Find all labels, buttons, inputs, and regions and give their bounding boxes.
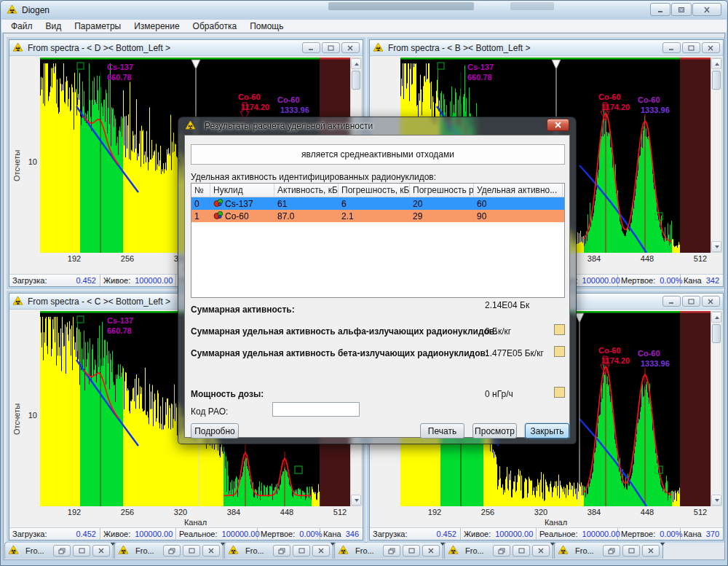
child-titlebar[interactable]: ☢From spectra - < B >< Bottom_Left > <box>370 40 723 56</box>
dialog-titlebar[interactable]: ☢ Результаты расчета удельной активности <box>184 117 570 135</box>
arrow-down-icon <box>715 499 719 502</box>
scroll-down-button[interactable] <box>351 495 361 506</box>
column-header-3[interactable]: Активность, кБк <box>274 184 339 197</box>
maximize-button[interactable] <box>293 545 310 557</box>
close-button[interactable] <box>341 42 360 53</box>
details-button[interactable]: Подробно <box>191 423 239 439</box>
co60-2-label: Co-60 <box>638 95 660 104</box>
main-titlebar[interactable]: ☢ Diogen <box>1 1 727 20</box>
menu-item-2[interactable]: Вид <box>39 20 68 32</box>
column-header-1[interactable]: № <box>191 184 210 197</box>
menu-item-1[interactable]: Файл <box>4 20 39 32</box>
menu-item-6[interactable]: Помощь <box>243 20 290 32</box>
roi-top-line-red <box>680 58 711 60</box>
minimized-window-tab-2[interactable]: ☢Fro... <box>114 542 223 559</box>
scrollbar-thumb[interactable] <box>712 324 721 343</box>
arrow-up-icon <box>355 63 359 66</box>
minimize-button[interactable] <box>650 3 670 16</box>
nuclide-icon <box>213 211 223 221</box>
column-header-2[interactable]: Нуклид <box>210 184 274 197</box>
restore-button[interactable] <box>493 545 510 557</box>
table-row[interactable]: 1Co-6087.02.12990 <box>191 210 564 222</box>
vertical-scrollbar[interactable] <box>711 311 722 506</box>
maximize-button[interactable] <box>183 545 200 557</box>
radiation-icon: ☢ <box>228 544 239 557</box>
scroll-down-button[interactable] <box>711 241 721 252</box>
maximize-button[interactable] <box>671 3 692 16</box>
maximize-button[interactable] <box>622 545 640 557</box>
tab-title: Fro... <box>465 546 491 555</box>
radiation-icon: ☢ <box>338 544 349 557</box>
minimized-window-tab-6[interactable]: ☢Fro... <box>554 542 663 559</box>
summary-label: Суммарная удельная активность альфа-излу… <box>191 326 497 337</box>
minimized-window-tab-1[interactable]: ☢Fro... <box>4 542 114 559</box>
status-value: 100000.00 <box>495 530 533 538</box>
close-button[interactable] <box>312 545 330 557</box>
status-label: Загрузка: <box>12 276 47 285</box>
close-button[interactable] <box>702 42 720 53</box>
minimized-window-tab-5[interactable]: ☢Fro... <box>444 542 553 559</box>
restore-button[interactable] <box>603 545 620 557</box>
minimize-button[interactable] <box>662 42 681 53</box>
scroll-up-button[interactable] <box>351 58 361 69</box>
nuclide-table: №НуклидАктивность, кБкПогрешность, кБкПо… <box>191 183 565 298</box>
close-button[interactable] <box>202 545 220 557</box>
menu-item-3[interactable]: Параметры <box>68 20 127 32</box>
restore-button[interactable] <box>273 545 290 557</box>
x-axis: 192256320384448512Канал <box>40 507 351 529</box>
column-header-4[interactable]: Погрешность, кБк <box>339 184 410 197</box>
scrollbar-thumb[interactable] <box>712 71 721 90</box>
preview-button[interactable]: Просмотр <box>472 423 517 439</box>
child-window-title: From spectra - < B >< Bottom_Left > <box>388 43 662 53</box>
close-button[interactable] <box>422 545 440 557</box>
close-dialog-button[interactable]: Закрыть <box>525 423 569 439</box>
close-button[interactable] <box>692 3 721 16</box>
restore-button[interactable] <box>163 545 181 557</box>
column-header-5[interactable]: Погрешность р... <box>410 184 474 197</box>
close-button[interactable] <box>642 545 660 557</box>
scrollbar-thumb[interactable] <box>352 71 360 90</box>
svg-text:☢: ☢ <box>15 298 20 304</box>
status-label: Реальное: <box>539 530 578 538</box>
minimized-window-tab-3[interactable]: ☢Fro... <box>224 542 333 559</box>
cell-: 6 <box>339 199 410 209</box>
dialog-close-button[interactable] <box>547 119 569 131</box>
status-segment-load: Загрузка:0.452 <box>9 275 100 286</box>
restore-button[interactable] <box>53 545 71 557</box>
minimize-button[interactable] <box>302 42 320 53</box>
status-value: 100000.00 <box>222 530 260 538</box>
maximize-button[interactable] <box>513 545 530 557</box>
close-button[interactable] <box>92 545 110 557</box>
maximize-button[interactable] <box>682 296 700 307</box>
close-button[interactable] <box>702 296 720 307</box>
close-button[interactable] <box>532 545 550 557</box>
print-button[interactable]: Печать <box>420 423 464 439</box>
table-row[interactable]: 0Cs-1376162060 <box>191 197 564 210</box>
waste-class-message: является среднеактивными отходами <box>191 144 565 165</box>
minimize-button[interactable] <box>662 296 681 307</box>
status-value: 346 <box>346 530 359 538</box>
cell-: 60 <box>474 199 563 209</box>
rao-code-input[interactable] <box>272 402 360 417</box>
scroll-up-button[interactable] <box>711 58 721 69</box>
status-label: Кана <box>323 530 341 538</box>
scroll-up-button[interactable] <box>711 312 721 323</box>
minimized-window-tab-4[interactable]: ☢Fro... <box>334 542 443 559</box>
column-header-6[interactable]: Удельная активно... <box>474 184 563 197</box>
maximize-button[interactable] <box>73 545 90 557</box>
x-axis-tick: 192 <box>68 508 81 516</box>
vertical-scrollbar[interactable] <box>711 58 722 253</box>
cs137-energy: 660.78 <box>467 73 492 82</box>
restore-button[interactable] <box>383 545 400 557</box>
maximize-button[interactable] <box>682 42 700 53</box>
menu-item-4[interactable]: Измерение <box>127 20 186 32</box>
menu-item-5[interactable]: Обработка <box>186 20 244 32</box>
co60-1-label: Co-60 <box>598 93 621 101</box>
maximize-button[interactable] <box>403 545 420 557</box>
co60-1-label: Co-60 <box>598 346 621 355</box>
child-titlebar[interactable]: ☢From spectra - < D >< Bottom_Left > <box>9 40 363 56</box>
scroll-down-button[interactable] <box>711 495 721 506</box>
maximize-button[interactable] <box>322 42 340 53</box>
x-axis-tick: 512 <box>694 508 707 516</box>
titlebar-glass-reflection <box>328 2 474 10</box>
